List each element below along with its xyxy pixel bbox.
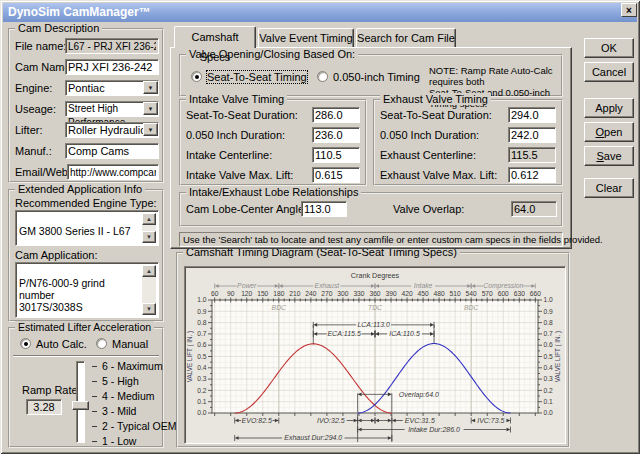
svg-text:BDC: BDC bbox=[272, 304, 286, 311]
svg-text:EVO:82.5: EVO:82.5 bbox=[242, 417, 272, 424]
inch-timing-label: 0.050-inch Timing bbox=[333, 71, 420, 83]
scroll-down-icon[interactable]: ▼ bbox=[142, 303, 156, 315]
engine-type-textarea[interactable]: GM 3800 Series II - L67 ▲ ▼ bbox=[15, 210, 159, 246]
manuf-field[interactable] bbox=[65, 143, 159, 159]
svg-text:0.9: 0.9 bbox=[197, 308, 207, 315]
timing-diagram-plot: 6090120150180210240270300330360390420450… bbox=[185, 267, 567, 445]
useage-label: Useage: bbox=[15, 103, 56, 115]
lifter-select[interactable]: Roller Hydraulic ▼ bbox=[65, 122, 159, 138]
scroll-up-icon[interactable]: ▲ bbox=[142, 265, 156, 277]
inch-timing-radio[interactable] bbox=[317, 71, 328, 82]
svg-text:240: 240 bbox=[305, 290, 316, 297]
svg-text:Intake: Intake bbox=[414, 282, 433, 289]
exhaust-timing-group: Exhaust Valve Timing Seat-To-Seat Durati… bbox=[373, 99, 563, 186]
save-button[interactable]: Save bbox=[584, 146, 634, 166]
intake-050-duration-field[interactable] bbox=[312, 127, 360, 143]
exhaust-timing-title: Exhaust Valve Timing bbox=[380, 93, 491, 105]
svg-text:EVC:31.5: EVC:31.5 bbox=[405, 417, 435, 424]
scroll-down-icon[interactable]: ▼ bbox=[142, 231, 156, 243]
chevron-down-icon[interactable]: ▼ bbox=[143, 123, 158, 136]
cancel-button[interactable]: Cancel bbox=[584, 62, 634, 82]
svg-text:1.0: 1.0 bbox=[197, 296, 207, 303]
open-button[interactable]: Open bbox=[584, 122, 634, 142]
title-bar[interactable]: DynoSim CamManager™ bbox=[3, 3, 637, 22]
svg-text:ICA:110.5: ICA:110.5 bbox=[389, 330, 420, 337]
cam-description-title: Cam Description bbox=[15, 22, 102, 34]
intake-centerline-label: Intake Centerline: bbox=[186, 149, 272, 161]
lifter-accel-title: Estimated Lifter Acceleration bbox=[15, 321, 154, 333]
useage-select[interactable]: Street High Performance ▼ bbox=[65, 101, 159, 117]
svg-text:0.7: 0.7 bbox=[544, 330, 554, 337]
timing-diagram-panel: 6090120150180210240270300330360390420450… bbox=[184, 266, 566, 444]
exhaust-050-duration-field[interactable] bbox=[508, 127, 556, 143]
scrollbar[interactable]: ▲ ▼ bbox=[142, 213, 156, 243]
exhaust-max-lift-field[interactable] bbox=[508, 167, 556, 183]
close-icon[interactable]: × bbox=[621, 3, 637, 17]
exhaust-max-lift-label: Exhaust Valve Max. Lift: bbox=[380, 169, 497, 181]
svg-text:0.1: 0.1 bbox=[197, 398, 207, 405]
svg-text:0.4: 0.4 bbox=[197, 364, 207, 371]
svg-text:VALVE LIFT ( IN. ): VALVE LIFT ( IN. ) bbox=[554, 331, 562, 382]
clear-button[interactable]: Clear bbox=[584, 178, 634, 198]
intake-sts-duration-label: Seat-To-Seat Duration: bbox=[186, 109, 298, 121]
email-web-field[interactable] bbox=[67, 164, 159, 180]
lobe-relationships-title: Intake/Exhaust Lobe Relationships bbox=[186, 186, 361, 198]
lobe-center-angle-label: Cam Lobe-Center Angle: bbox=[186, 203, 307, 215]
slider-thumb[interactable] bbox=[72, 401, 89, 410]
auto-calc-label: Auto Calc. bbox=[36, 338, 87, 350]
lobe-center-angle-field[interactable] bbox=[301, 201, 347, 217]
manual-radio[interactable] bbox=[96, 338, 107, 349]
extended-info-title: Extended Application Info bbox=[15, 183, 145, 195]
seat-to-seat-label[interactable]: Seat-To-Seat Timing bbox=[207, 71, 307, 83]
cam-application-textarea[interactable]: P/N76-000-9 grind number 3017S/3038S ▲ ▼ bbox=[15, 262, 159, 318]
svg-text:0.2: 0.2 bbox=[544, 387, 554, 394]
svg-text:0.3: 0.3 bbox=[544, 375, 554, 382]
svg-text:120: 120 bbox=[241, 290, 252, 297]
cam-description-group: Cam Description File name: Cam Name: Eng… bbox=[8, 28, 164, 183]
svg-text:510: 510 bbox=[450, 290, 461, 297]
intake-050-duration-label: 0.050 Inch Duration: bbox=[186, 129, 285, 141]
scrollbar[interactable]: ▲ ▼ bbox=[142, 265, 156, 315]
chevron-down-icon[interactable]: ▼ bbox=[143, 81, 158, 94]
auto-calc-radio[interactable] bbox=[20, 338, 31, 349]
svg-text:0.6: 0.6 bbox=[544, 341, 554, 348]
svg-text:VALVE LIFT ( IN. ): VALVE LIFT ( IN. ) bbox=[186, 331, 194, 382]
svg-text:330: 330 bbox=[353, 290, 364, 297]
intake-timing-group: Intake Valve Timing Seat-To-Seat Duratio… bbox=[179, 99, 367, 186]
svg-text:Compression: Compression bbox=[483, 282, 523, 290]
seat-to-seat-radio[interactable] bbox=[191, 71, 202, 82]
chevron-down-icon[interactable]: ▼ bbox=[143, 102, 158, 115]
svg-text:LCA:113.0: LCA:113.0 bbox=[357, 321, 390, 328]
intake-max-lift-field[interactable] bbox=[312, 167, 360, 183]
svg-text:390: 390 bbox=[385, 290, 396, 297]
svg-text:1.0: 1.0 bbox=[544, 296, 554, 303]
svg-text:Power: Power bbox=[237, 282, 257, 289]
engine-type-label: Recommended Engine Type: bbox=[15, 197, 157, 209]
engine-select[interactable]: Pontiac ▼ bbox=[65, 80, 159, 96]
intake-max-lift-label: Intake Valve Max. Lift: bbox=[186, 169, 293, 181]
tab-search-for-cam-file[interactable]: Search for Cam File bbox=[356, 28, 456, 47]
scale-item: 1 - Low bbox=[92, 435, 136, 447]
svg-text:0.0: 0.0 bbox=[544, 409, 554, 416]
cam-name-field[interactable] bbox=[65, 59, 159, 75]
apply-button[interactable]: Apply bbox=[584, 98, 634, 118]
svg-text:0.6: 0.6 bbox=[197, 341, 207, 348]
scroll-up-icon[interactable]: ▲ bbox=[142, 213, 156, 225]
ok-button[interactable]: OK bbox=[584, 38, 634, 58]
svg-text:90: 90 bbox=[227, 290, 235, 297]
intake-centerline-field[interactable] bbox=[312, 147, 360, 163]
exhaust-sts-duration-field[interactable] bbox=[508, 107, 556, 123]
svg-text:0.5: 0.5 bbox=[197, 353, 207, 360]
tab-valve-event-timing[interactable]: Valve Event Timing bbox=[258, 28, 354, 47]
email-web-label: Email/Web: bbox=[15, 166, 71, 178]
svg-text:0.9: 0.9 bbox=[544, 308, 554, 315]
svg-text:570: 570 bbox=[482, 290, 493, 297]
ramp-rate-value: 3.28 bbox=[26, 399, 62, 415]
lifter-label: Lifter: bbox=[15, 124, 43, 136]
svg-text:0.3: 0.3 bbox=[197, 375, 207, 382]
svg-text:270: 270 bbox=[321, 290, 332, 297]
tab-camshaft-specs[interactable]: Camshaft Specs bbox=[174, 26, 256, 48]
intake-sts-duration-field[interactable] bbox=[312, 107, 360, 123]
svg-text:0.0: 0.0 bbox=[197, 409, 207, 416]
svg-text:150: 150 bbox=[257, 290, 268, 297]
